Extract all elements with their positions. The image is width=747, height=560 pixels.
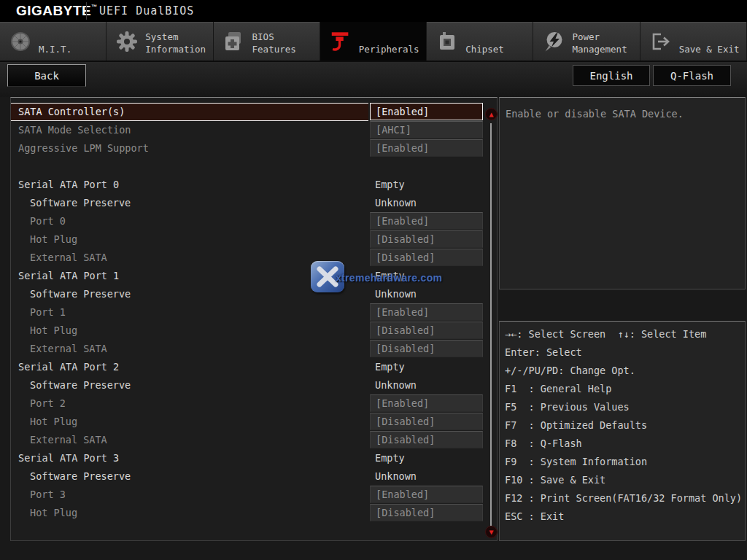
setting-row: Software PreserveUnknown xyxy=(11,376,497,394)
setting-label: SATA Controller(s) xyxy=(11,103,368,121)
tab-power-management[interactable]: PowerManagement xyxy=(533,22,640,61)
setting-value: Unknown xyxy=(370,285,483,303)
hotkey-line: Enter: Select xyxy=(505,343,745,362)
header-divider xyxy=(86,2,87,20)
back-button[interactable]: Back xyxy=(7,64,86,87)
setting-row[interactable]: Port 1[Enabled] xyxy=(11,303,497,322)
tab-bar: M.I.T.SystemInformationBIOSFeaturesPerip… xyxy=(0,22,747,62)
tab-label: Chipset xyxy=(465,28,504,55)
bios-chip-icon xyxy=(222,30,246,53)
setting-row[interactable]: Port 0[Enabled] xyxy=(11,212,497,230)
setting-row: Software PreserveUnknown xyxy=(11,467,497,486)
setting-value[interactable]: [Disabled] xyxy=(370,340,483,357)
setting-label: Aggressive LPM Support xyxy=(11,139,370,158)
setting-row: Software PreserveUnknown xyxy=(11,194,497,212)
setting-value[interactable]: [Enabled] xyxy=(370,486,483,503)
setting-value[interactable]: [Enabled] xyxy=(370,394,483,412)
setting-label: Software Preserve xyxy=(11,285,370,303)
setting-value: Unknown xyxy=(370,467,483,486)
setting-label: Serial ATA Port 3 xyxy=(11,449,370,467)
gear-icon xyxy=(115,30,139,53)
setting-value: Empty xyxy=(370,267,483,285)
tab-system-information[interactable]: SystemInformation xyxy=(107,22,213,61)
setting-value[interactable]: [Disabled] xyxy=(370,431,483,448)
hotkey-line: ESC : Exit xyxy=(505,508,745,526)
setting-row: Serial ATA Port 0Empty xyxy=(11,176,497,194)
setting-row[interactable]: SATA Controller(s)[Enabled] xyxy=(11,103,497,121)
item-help-text: Enable or disable SATA Device. xyxy=(506,106,739,121)
trademark-symbol: ™ xyxy=(91,4,98,10)
setting-label: Port 2 xyxy=(11,394,370,413)
setting-row[interactable]: SATA Mode Selection[AHCI] xyxy=(11,121,497,139)
hotkey-line: F12 : Print Screen(FAT16/32 Format Only) xyxy=(505,489,745,508)
setting-label: Hot Plug xyxy=(11,322,370,340)
tab-label: SystemInformation xyxy=(145,28,206,55)
setting-row[interactable]: Port 2[Enabled] xyxy=(11,394,497,413)
setting-label: External SATA xyxy=(11,249,370,267)
setting-row[interactable]: Hot Plug[Disabled] xyxy=(11,413,497,431)
setting-label: Software Preserve xyxy=(11,376,370,394)
setting-value[interactable]: [Enabled] xyxy=(370,212,483,230)
tab-chipset[interactable]: Chipset xyxy=(427,22,533,61)
scrollbar-track[interactable] xyxy=(490,123,492,526)
setting-row[interactable]: Hot Plug[Disabled] xyxy=(11,322,497,340)
setting-label: External SATA xyxy=(11,340,370,358)
setting-row[interactable]: External SATA[Disabled] xyxy=(11,340,497,358)
tab-label: M.I.T. xyxy=(39,28,71,55)
setting-row[interactable]: Port 3[Enabled] xyxy=(11,486,497,504)
setting-value: Unknown xyxy=(370,194,483,212)
hotkey-line: F1 : General Help xyxy=(505,380,745,398)
hotkey-line: F8 : Q-Flash xyxy=(505,435,745,453)
setting-value[interactable]: [AHCI] xyxy=(370,121,483,139)
setting-row[interactable]: Hot Plug[Disabled] xyxy=(11,504,497,522)
settings-list: SATA Controller(s)[Enabled]SATA Mode Sel… xyxy=(11,98,497,522)
hotkey-line: →←: Select Screen ↑↓: Select Item xyxy=(505,325,745,343)
setting-label: Port 0 xyxy=(11,212,370,230)
setting-value[interactable]: [Enabled] xyxy=(370,103,483,120)
setting-row[interactable]: External SATA[Disabled] xyxy=(11,249,497,267)
setting-row[interactable]: Aggressive LPM Support[Enabled] xyxy=(11,139,497,158)
scroll-up-icon[interactable]: ▲ xyxy=(485,108,498,120)
setting-value[interactable]: [Enabled] xyxy=(370,303,483,321)
dial-icon xyxy=(9,30,32,53)
item-help-panel: Enable or disable SATA Device. xyxy=(499,97,746,289)
scroll-down-icon[interactable]: ▼ xyxy=(485,526,498,538)
setting-value: Unknown xyxy=(370,376,483,394)
setting-value[interactable]: [Disabled] xyxy=(370,413,483,430)
gigabyte-logo: GIGABYTE™ xyxy=(16,3,98,19)
save-exit-icon xyxy=(649,30,673,53)
setting-row[interactable]: External SATA[Disabled] xyxy=(11,431,497,449)
chipset-icon xyxy=(436,30,459,53)
toolbar: Back English Q-Flash xyxy=(0,62,747,97)
setting-label: Port 1 xyxy=(11,303,370,322)
tab-label: PowerManagement xyxy=(572,28,627,55)
setting-value: Empty xyxy=(370,176,483,194)
hotkey-line: F7 : Optimized Defaults xyxy=(505,416,745,435)
brand-text: GIGABYTE xyxy=(16,3,91,18)
setting-value[interactable]: [Disabled] xyxy=(370,504,483,521)
setting-value[interactable]: [Enabled] xyxy=(370,139,483,157)
language-button[interactable]: English xyxy=(573,65,650,86)
setting-label: SATA Mode Selection xyxy=(11,121,370,139)
setting-label: Serial ATA Port 1 xyxy=(11,267,370,285)
qflash-button[interactable]: Q-Flash xyxy=(653,65,731,86)
tab-m-i-t[interactable]: M.I.T. xyxy=(0,22,107,61)
tab-bios-features[interactable]: BIOSFeatures xyxy=(214,22,320,61)
setting-value[interactable]: [Disabled] xyxy=(370,322,483,339)
tab-peripherals[interactable]: Peripherals xyxy=(320,22,427,61)
setting-value: Empty xyxy=(370,358,483,376)
setting-label: External SATA xyxy=(11,431,370,449)
setting-row[interactable]: Hot Plug[Disabled] xyxy=(11,230,497,249)
tab-label: BIOSFeatures xyxy=(252,28,296,55)
tab-label: Peripherals xyxy=(359,28,419,55)
bios-screen: GIGABYTE™ UEFI DualBIOS M.I.T.SystemInfo… xyxy=(0,0,747,560)
setting-label: Software Preserve xyxy=(11,467,370,486)
setting-label: Serial ATA Port 0 xyxy=(11,176,370,194)
setting-value[interactable]: [Disabled] xyxy=(370,230,483,248)
hotkey-line: +/-/PU/PD: Change Opt. xyxy=(505,362,745,380)
row-spacer xyxy=(11,158,497,176)
setting-value[interactable]: [Disabled] xyxy=(370,249,483,266)
tab-save-exit[interactable]: Save & Exit xyxy=(640,22,747,61)
setting-label: Port 3 xyxy=(11,486,370,504)
hotkey-list: →←: Select Screen ↑↓: Select ItemEnter: … xyxy=(505,325,745,526)
